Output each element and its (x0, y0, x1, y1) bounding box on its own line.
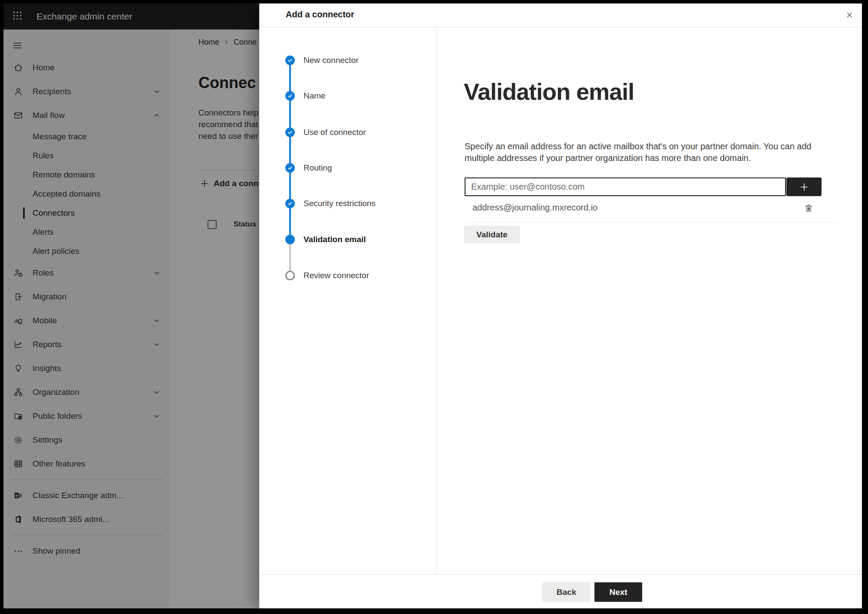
step-circle-routing[interactable] (285, 163, 295, 173)
delete-address-button[interactable] (801, 200, 816, 216)
screen: Exchange admin center HomeRecipientsMail… (0, 0, 868, 614)
step-circle-new-connector[interactable] (285, 56, 295, 65)
step-description-line: multiple addresses if your partner organ… (465, 152, 812, 164)
plus-icon (799, 182, 809, 192)
step-description: Specify an email address for an active m… (465, 141, 812, 164)
validation-email-input[interactable] (465, 177, 786, 196)
address-text: address@journaling.mxrecord.io (472, 203, 597, 213)
step-description-line: Specify an email address for an active m… (465, 141, 812, 152)
check-icon (287, 165, 293, 171)
step-heading: Validation email (464, 78, 634, 105)
close-icon (846, 11, 853, 19)
check-icon (287, 129, 293, 135)
validate-button[interactable]: Validate (464, 226, 520, 243)
stepper-line-todo (289, 240, 291, 276)
back-button[interactable]: Back (542, 582, 591, 602)
check-icon (287, 93, 293, 99)
trash-icon (804, 203, 814, 213)
step-label-new-connector[interactable]: New connector (304, 55, 359, 66)
stepper-content-divider (436, 27, 437, 574)
app-window: Exchange admin center HomeRecipientsMail… (3, 3, 862, 608)
step-label-review-connector[interactable]: Review connector (304, 270, 369, 281)
next-button[interactable]: Next (594, 582, 642, 602)
step-circle-name[interactable] (285, 91, 295, 101)
step-label-routing[interactable]: Routing (304, 162, 332, 174)
address-row-divider (465, 222, 840, 223)
check-icon (287, 57, 293, 63)
step-label-validation-email[interactable]: Validation email (304, 234, 366, 245)
step-circle-review-connector[interactable] (285, 271, 295, 280)
wizard-stepper: New connectorNameUse of connectorRouting… (259, 3, 436, 307)
add-connector-modal: Add a connector New connectorNameUse of … (259, 3, 862, 608)
modal-footer-divider (259, 574, 862, 575)
address-row: address@journaling.mxrecord.io (259, 198, 862, 222)
step-circle-use-of-connector[interactable] (285, 128, 295, 137)
step-label-name[interactable]: Name (304, 90, 326, 102)
add-email-button[interactable] (786, 177, 822, 196)
close-button[interactable] (843, 8, 856, 21)
step-circle-validation-email[interactable] (285, 235, 295, 244)
step-label-use-of-connector[interactable]: Use of connector (304, 127, 366, 138)
